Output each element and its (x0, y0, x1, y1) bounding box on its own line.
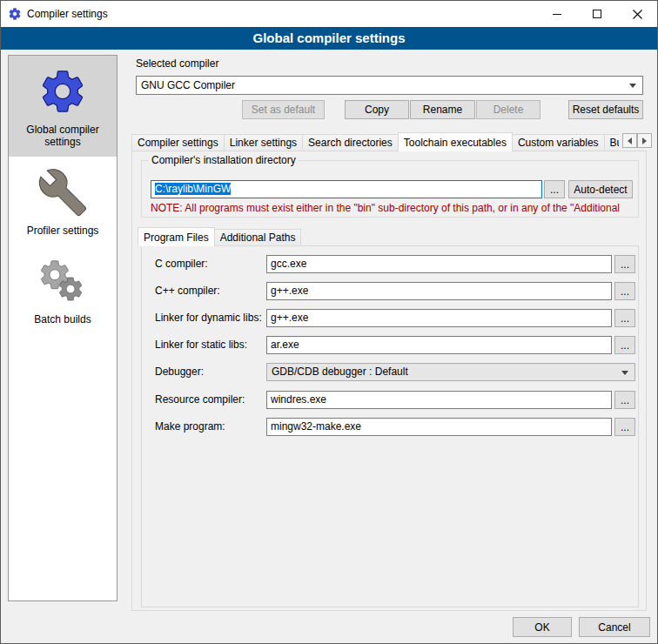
rename-button[interactable]: Rename (410, 100, 475, 119)
grey-gears-icon (37, 256, 88, 306)
tab-compiler-settings[interactable]: Compiler settings (131, 134, 225, 151)
dynamic-linker-value: g++.exe (271, 312, 308, 324)
subtab-additional-paths[interactable]: Additional Paths (214, 229, 302, 246)
sidebar-item-batch-builds[interactable]: Batch builds (9, 245, 117, 334)
tab-linker-settings[interactable]: Linker settings (224, 134, 303, 151)
make-program-input[interactable]: mingw32-make.exe (266, 418, 612, 436)
tab-search-directories[interactable]: Search directories (302, 134, 399, 151)
selected-compiler-value: GNU GCC Compiler (141, 79, 235, 91)
resource-compiler-value: windres.exe (271, 393, 326, 406)
cancel-button[interactable]: Cancel (579, 617, 650, 637)
selected-compiler-combobox[interactable]: GNU GCC Compiler (136, 76, 643, 95)
set-as-default-button[interactable]: Set as default (242, 100, 325, 119)
reset-defaults-button[interactable]: Reset defaults (568, 100, 643, 119)
selected-compiler-label: Selected compiler (136, 57, 218, 70)
installation-directory-value: C:\raylib\MinGW (155, 183, 231, 195)
settings-tabstrip: Compiler settings Linker settings Search… (131, 131, 619, 151)
window-title: Compiler settings (27, 8, 108, 20)
dynamic-linker-browse-button[interactable]: ... (614, 309, 635, 327)
minimize-button[interactable] (537, 1, 577, 27)
resource-compiler-input[interactable]: windres.exe (266, 391, 612, 409)
tab-scroll-right-button[interactable] (637, 133, 652, 148)
make-program-value: mingw32-make.exe (271, 420, 361, 433)
close-button[interactable] (617, 1, 657, 27)
delete-button[interactable]: Delete (476, 100, 540, 119)
copy-button[interactable]: Copy (345, 100, 409, 119)
make-program-browse-button[interactable]: ... (614, 418, 635, 436)
sidebar-item-global-compiler-settings[interactable]: Global compiler settings (9, 56, 117, 157)
static-linker-input[interactable]: ar.exe (266, 336, 612, 354)
static-linker-value: ar.exe (271, 339, 299, 351)
dynamic-linker-label: Linker for dynamic libs: (155, 309, 265, 327)
tab-scroll-right-icon (642, 138, 647, 144)
close-icon (633, 10, 642, 19)
debugger-value: GDB/CDB debugger : Default (272, 366, 408, 378)
resource-compiler-label: Resource compiler: (155, 391, 265, 409)
settings-category-list: Global compiler settings Profiler settin… (8, 55, 118, 601)
program-files-page: C compiler: gcc.exe ... C++ compiler: g+… (141, 245, 639, 607)
tab-build-options-clipped[interactable]: Buil (604, 134, 619, 151)
chevron-down-icon (621, 371, 628, 375)
c-compiler-input[interactable]: gcc.exe (266, 255, 612, 273)
cpp-compiler-label: C++ compiler: (155, 282, 265, 300)
blue-gear-icon (37, 66, 88, 117)
sidebar-item-label: Global compiler settings (12, 124, 113, 148)
installation-directory-group-title: Compiler's installation directory (149, 154, 299, 166)
main-panel: Selected compiler GNU GCC Compiler Set a… (127, 55, 652, 617)
chevron-down-icon (629, 84, 636, 88)
dynamic-linker-input[interactable]: g++.exe (266, 309, 612, 327)
compiler-settings-dialog: Compiler settings Global compiler settin… (0, 0, 658, 644)
cpp-compiler-input[interactable]: g++.exe (266, 282, 612, 300)
maximize-button[interactable] (577, 1, 617, 27)
maximize-icon (593, 10, 601, 18)
wrench-icon (37, 167, 88, 218)
make-program-label: Make program: (155, 418, 265, 436)
installation-directory-input[interactable]: C:\raylib\MinGW (151, 180, 542, 198)
minimize-icon (553, 14, 561, 15)
static-linker-label: Linker for static libs: (155, 336, 265, 354)
cpp-compiler-value: g++.exe (271, 285, 308, 297)
debugger-dropdown[interactable]: GDB/CDB debugger : Default (266, 363, 635, 381)
subtab-program-files[interactable]: Program Files (138, 227, 215, 246)
resource-compiler-browse-button[interactable]: ... (614, 391, 635, 409)
tab-toolchain-executables[interactable]: Toolchain executables (398, 132, 513, 151)
app-icon (8, 7, 22, 21)
tab-scroll-left-button[interactable] (622, 133, 637, 148)
titlebar: Compiler settings (1, 1, 657, 27)
installation-directory-browse-button[interactable]: ... (544, 180, 565, 198)
tab-scroll-left-icon (628, 138, 632, 144)
c-compiler-label: C compiler: (155, 255, 265, 273)
bin-subdirectory-note: NOTE: All programs must exist either in … (151, 202, 631, 214)
ok-button[interactable]: OK (513, 617, 572, 637)
sidebar-item-label: Profiler settings (27, 225, 99, 237)
debugger-label: Debugger: (155, 363, 265, 381)
caption-buttons (537, 1, 657, 27)
tab-custom-variables[interactable]: Custom variables (512, 134, 605, 151)
auto-detect-button[interactable]: Auto-detect (568, 180, 633, 198)
program-files-tabstrip: Program Files Additional Paths (138, 226, 625, 246)
installation-directory-groupbox: Compiler's installation directory C:\ray… (141, 160, 639, 218)
sidebar-item-profiler-settings[interactable]: Profiler settings (9, 157, 117, 245)
c-compiler-browse-button[interactable]: ... (614, 255, 635, 273)
c-compiler-value: gcc.exe (271, 258, 306, 270)
static-linker-browse-button[interactable]: ... (614, 336, 635, 354)
cpp-compiler-browse-button[interactable]: ... (614, 282, 635, 300)
toolchain-executables-page: Compiler's installation directory C:\ray… (131, 151, 647, 611)
dialog-header-title: Global compiler settings (1, 27, 657, 50)
sidebar-item-label: Batch builds (34, 313, 91, 325)
